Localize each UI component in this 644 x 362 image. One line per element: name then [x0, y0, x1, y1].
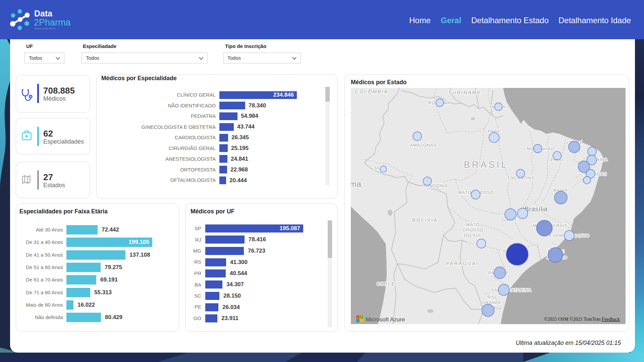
- svg-text:Brasília: Brasília: [524, 205, 548, 213]
- svg-text:©2025 OSM ©2025 TomTom Feedb: ©2025 OSM ©2025 TomTom Feedback: [544, 317, 620, 322]
- svg-text:SURINAME: SURINAME: [448, 90, 481, 95]
- svg-text:CHILE: CHILE: [377, 281, 396, 287]
- svg-text:BRASIL: BRASIL: [464, 160, 508, 170]
- svg-text:BOLÍVIA: BOLÍVIA: [412, 217, 438, 223]
- svg-text:DO SUL: DO SUL: [464, 233, 482, 238]
- svg-text:RIO: RIO: [487, 295, 496, 300]
- svg-text:SANTA CATARINA: SANTA CATARINA: [491, 288, 531, 293]
- svg-text:AMAZONAS: AMAZONAS: [410, 143, 437, 148]
- svg-text:ma: ma: [351, 179, 361, 189]
- svg-text:S: S: [502, 249, 506, 254]
- svg-text:o: o: [351, 109, 352, 116]
- svg-text:Microsoft Azure: Microsoft Azure: [366, 316, 405, 323]
- svg-text:COLÔMBIA: COLÔMBIA: [355, 89, 388, 94]
- svg-text:PARAGUAI: PARAGUAI: [446, 260, 478, 266]
- svg-text:GROSSO: GROSSO: [463, 227, 483, 232]
- svg-text:GRANDE: GRANDE: [482, 300, 502, 305]
- svg-text:MATO: MATO: [466, 222, 480, 227]
